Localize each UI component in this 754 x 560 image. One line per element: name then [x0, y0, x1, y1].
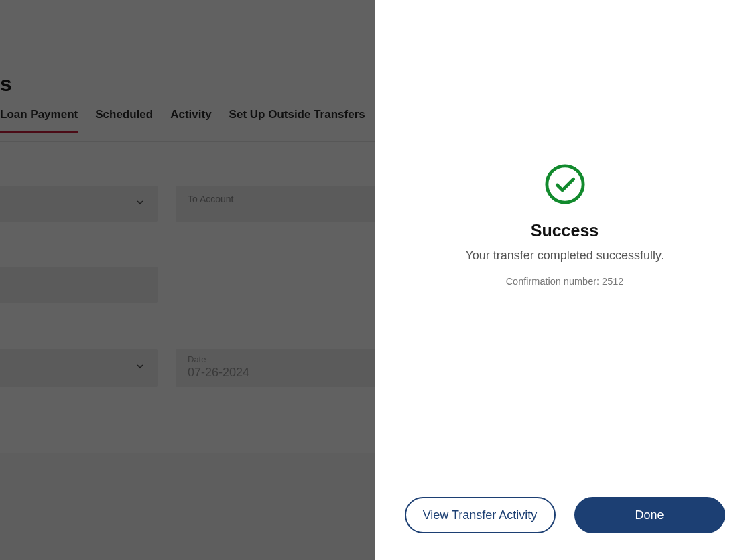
view-transfer-activity-button[interactable]: View Transfer Activity: [405, 497, 556, 533]
panel-actions: View Transfer Activity Done: [375, 497, 754, 533]
viewport: s Loan Payment Scheduled Activity Set Up…: [0, 0, 754, 560]
svg-point-0: [546, 166, 582, 202]
success-panel: Success Your transfer completed successf…: [375, 0, 754, 560]
success-content: Success Your transfer completed successf…: [375, 163, 754, 287]
confirmation-number: Confirmation number: 2512: [375, 276, 754, 287]
modal-overlay: [0, 0, 375, 560]
success-check-icon: [544, 163, 586, 205]
done-button[interactable]: Done: [574, 497, 725, 533]
success-message: Your transfer completed successfully.: [375, 249, 754, 263]
success-title: Success: [375, 221, 754, 240]
